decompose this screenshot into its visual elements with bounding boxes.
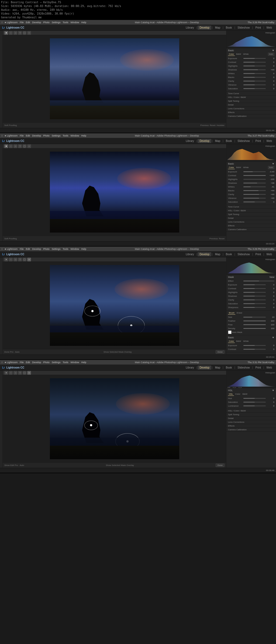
camera-calibration-link-2[interactable]: Camera Calibration — [228, 228, 247, 231]
bw-tab-4[interactable]: B&W — [242, 393, 248, 396]
exposure-slider-2[interactable] — [243, 171, 266, 172]
help-menu-4[interactable]: Help — [81, 361, 86, 364]
module-book-1[interactable]: Book — [224, 26, 234, 30]
camera-calibration-link-4[interactable]: Camera Calibration — [228, 428, 247, 431]
mask-clarity-slider-3[interactable] — [243, 299, 266, 300]
crop-tool-3[interactable]: ■ — [4, 258, 8, 261]
reset-btn-1[interactable]: Reset / Autotier — [210, 124, 225, 127]
file-menu-4[interactable]: File — [20, 361, 24, 364]
apple-menu[interactable]:  — [2, 21, 2, 24]
radial-filter-tool-1[interactable]: ◯ — [23, 31, 26, 35]
erase-tab-3[interactable]: Erase — [236, 311, 243, 315]
photo-menu-4[interactable]: Photo — [43, 361, 50, 364]
module-print-2[interactable]: Print — [253, 139, 263, 143]
wb-tab-bw-1[interactable]: B&W — [235, 53, 242, 56]
prev-btn-1[interactable]: Previous — [200, 124, 209, 127]
module-library-1[interactable]: Library — [184, 26, 196, 30]
module-map-4[interactable]: Map — [213, 366, 222, 370]
file-menu-3[interactable]: File — [20, 248, 24, 250]
effect-slider-3[interactable] — [243, 281, 274, 281]
mask-sharpness-slider-3[interactable] — [243, 307, 266, 308]
wb-tab-bw-3-bottom[interactable]: B&W — [235, 340, 242, 343]
radial-filter-tool-3[interactable]: ◯ — [23, 258, 26, 261]
saturation-slider-1[interactable] — [243, 88, 266, 89]
spot-removal-tool-1[interactable]: ○ — [9, 31, 13, 35]
wb-tab-white-2[interactable]: White — [242, 166, 249, 169]
tools-menu[interactable]: Tools — [63, 21, 68, 24]
module-develop-1[interactable]: Develop — [198, 26, 211, 30]
crop-tool-2[interactable]: ■ — [4, 144, 8, 148]
effects-link-2[interactable]: Effects — [228, 224, 234, 227]
module-library-4[interactable]: Library — [184, 366, 196, 370]
photo-menu-3[interactable]: Photo — [43, 248, 50, 250]
window-menu-2[interactable]: Window — [70, 134, 79, 137]
module-slideshow-3[interactable]: Slideshow — [236, 252, 252, 256]
detail-link-1[interactable]: Detail — [228, 104, 233, 106]
module-print-3[interactable]: Print — [253, 252, 263, 256]
develop-menu[interactable]: Develop — [32, 21, 41, 24]
detail-link-2[interactable]: Detail — [228, 217, 233, 219]
module-develop-4[interactable]: Develop — [198, 366, 211, 370]
adjustment-brush-tool-2[interactable]: ☺ — [27, 144, 31, 148]
mask-header-3[interactable]: Mask New — [228, 276, 274, 278]
module-web-1[interactable]: Web — [265, 26, 274, 30]
hsl-link-1[interactable]: HSL / Color / B&W — [228, 96, 246, 98]
color-tab-4[interactable]: Color — [234, 393, 241, 396]
whites-slider-2[interactable] — [243, 186, 266, 187]
clarity-slider-1[interactable] — [243, 81, 266, 81]
hist-ctrl-1[interactable]: 256 — [227, 387, 230, 388]
prev-btn-2[interactable]: Previous — [209, 237, 218, 240]
basic-header-2[interactable]: Basic ▼ — [228, 162, 274, 165]
tone-curve-link-2[interactable]: Tone Curve — [228, 206, 239, 208]
shadows-slider-2[interactable] — [243, 183, 266, 183]
highlights-slider-1[interactable] — [243, 66, 266, 66]
module-web-4[interactable]: Web — [265, 366, 274, 370]
module-map-3[interactable]: Map — [213, 252, 222, 256]
hist-ctrl-3[interactable]: Y+X — [238, 387, 242, 388]
basic-header-1[interactable]: Basic ▼ — [228, 49, 274, 52]
file-menu-2[interactable]: File — [20, 134, 24, 137]
split-toning-link-1[interactable]: Split Toning — [228, 100, 239, 102]
saturation-hsl-slider-4[interactable] — [243, 402, 266, 403]
help-menu-2[interactable]: Help — [81, 134, 86, 137]
detail-link-4[interactable]: Detail — [228, 417, 233, 420]
graduated-filter-tool-2[interactable]: ▽ — [18, 144, 22, 148]
basic-header-3-bottom[interactable]: Basic ▼ — [228, 336, 274, 339]
module-map-1[interactable]: Map — [213, 26, 222, 30]
done-btn-3[interactable]: Done — [216, 350, 225, 354]
edit-menu-4[interactable]: Edit — [26, 361, 30, 364]
settings-menu-4[interactable]: Settings — [52, 361, 61, 364]
window-menu-3[interactable]: Window — [70, 248, 79, 250]
spot-removal-tool-2[interactable]: ○ — [9, 144, 13, 148]
adjustment-brush-tool-1[interactable]: ☺ — [27, 31, 31, 35]
settings-menu-2[interactable]: Settings — [52, 134, 61, 137]
radial-filter-tool-2[interactable]: ◯ — [23, 144, 26, 148]
split-toning-link-2[interactable]: Split Toning — [228, 213, 239, 216]
wb-tab-white-1[interactable]: White — [242, 53, 249, 56]
module-slideshow-1[interactable]: Slideshow — [236, 26, 252, 30]
hue-slider-4[interactable] — [243, 398, 266, 399]
mask-highlights-slider-3[interactable] — [243, 292, 266, 293]
adjustment-brush-tool-3[interactable]: ☺ — [27, 258, 31, 261]
graduated-filter-tool-1[interactable]: ▽ — [18, 31, 22, 35]
develop-menu-3[interactable]: Develop — [32, 248, 41, 250]
module-map-2[interactable]: Map — [213, 139, 222, 143]
lightroom-menu-2[interactable]: ● Lightroom — [5, 134, 18, 137]
redeye-tool-4[interactable]: ◇ — [13, 371, 17, 375]
wb-tab-white-3-bottom[interactable]: White — [242, 340, 249, 343]
apple-menu-2[interactable]:  — [2, 134, 2, 137]
lightroom-menu[interactable]: ● Lightroom — [5, 21, 18, 24]
hsl-link-2[interactable]: HSL / Color / B&W — [228, 209, 246, 212]
apple-menu-3[interactable]:  — [2, 248, 2, 250]
density-slider-3[interactable] — [243, 328, 266, 329]
settings-menu[interactable]: Settings — [52, 21, 61, 24]
mask-contrast-slider-3[interactable] — [243, 288, 266, 289]
split-toning-link-4[interactable]: Split Toning — [228, 413, 239, 416]
help-menu[interactable]: Help — [81, 21, 86, 24]
tools-menu-3[interactable]: Tools — [63, 248, 68, 250]
exposure-slider-1[interactable] — [243, 58, 266, 59]
lens-corrections-link-2[interactable]: Lens Corrections — [228, 221, 244, 223]
blacks-slider-2[interactable] — [243, 190, 266, 191]
develop-menu-2[interactable]: Develop — [32, 134, 41, 137]
tone-curve-link-1[interactable]: Tone Curve — [228, 92, 239, 95]
